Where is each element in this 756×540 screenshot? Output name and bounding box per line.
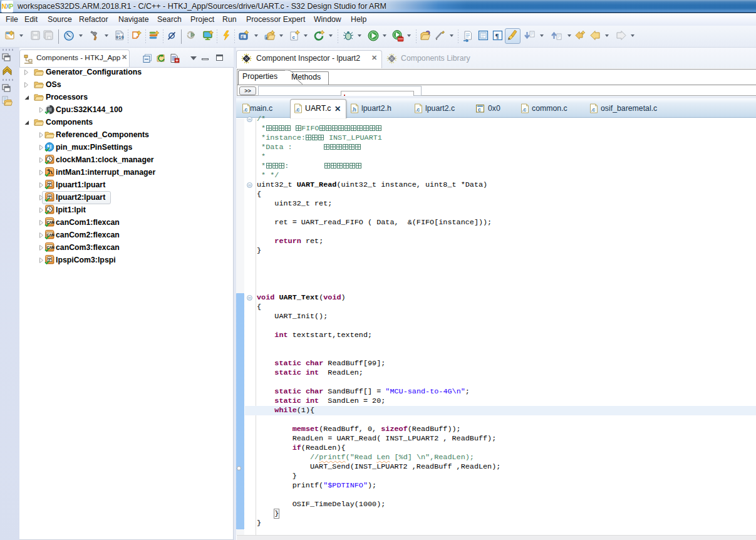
svg-text:c: c — [242, 34, 244, 39]
svg-text:c: c — [293, 34, 296, 40]
svg-text:010: 010 — [116, 35, 124, 40]
svg-text:¶: ¶ — [495, 32, 499, 39]
